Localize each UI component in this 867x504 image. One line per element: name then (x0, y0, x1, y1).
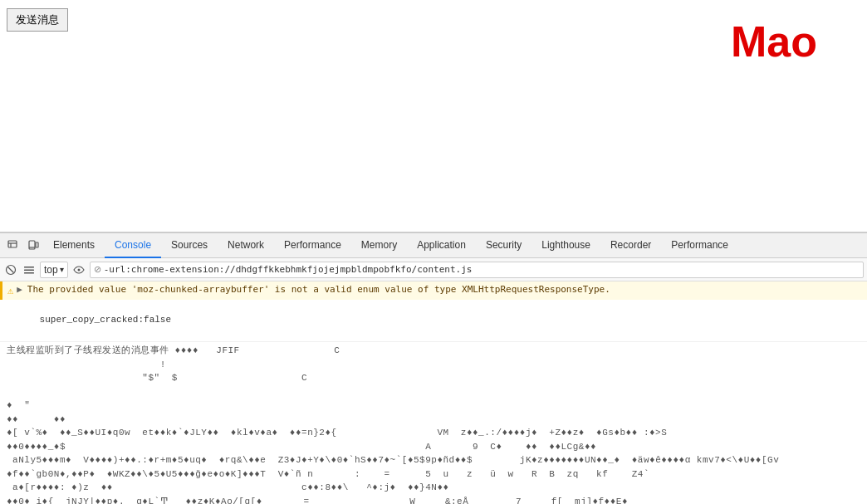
tab-performance[interactable]: Performance (274, 233, 351, 258)
tab-lighthouse[interactable]: Lighthouse (531, 233, 600, 258)
svg-line-7 (8, 267, 14, 272)
console-output: ⚠ ▶ The provided value 'moz-chunked-arra… (0, 281, 867, 504)
tab-application[interactable]: Application (407, 233, 476, 258)
page-area: 发送消息 Mao (0, 0, 867, 232)
svg-rect-9 (24, 269, 34, 271)
filter-input-area[interactable]: ⊘ -url:chrome-extension://dhdgffkkebhmkf… (90, 262, 864, 278)
svg-rect-8 (24, 267, 34, 268)
console-info-line-2: 主线程监听到了子线程发送的消息事件 ♦♦♦♦ JFIF C ! "$" $ C … (0, 342, 867, 504)
clear-console-icon[interactable] (3, 262, 18, 277)
svg-rect-10 (24, 272, 34, 274)
tab-console[interactable]: Console (105, 233, 161, 258)
devtools-panel: Elements Console Sources Network Perform… (0, 232, 867, 504)
filter-icon: ⊘ (94, 264, 101, 275)
warning-icon: ⚠ (7, 285, 13, 297)
tab-network[interactable]: Network (218, 233, 274, 258)
svg-point-11 (77, 268, 80, 271)
tab-elements[interactable]: Elements (43, 233, 105, 258)
expand-arrow[interactable]: ▶ (17, 284, 22, 295)
warning-text: The provided value 'moz-chunked-arraybuf… (27, 284, 610, 295)
console-warning-line: ⚠ ▶ The provided value 'moz-chunked-arra… (0, 281, 867, 300)
filter-text: -url:chrome-extension://dhdgffkkebhmkfjo… (104, 264, 473, 275)
tab-sources[interactable]: Sources (161, 233, 218, 258)
eye-icon[interactable] (71, 262, 86, 277)
devtools-tab-bar: Elements Console Sources Network Perform… (0, 233, 867, 258)
tab-recorder[interactable]: Recorder (600, 233, 661, 258)
mao-heading: Mao (731, 17, 817, 66)
inspect-element-icon[interactable] (6, 238, 21, 253)
console-info-line-1: super_copy_cracked:false (0, 300, 867, 342)
context-selector[interactable]: top ▾ (40, 262, 68, 278)
send-message-button[interactable]: 发送消息 (7, 8, 68, 32)
tab-memory[interactable]: Memory (351, 233, 407, 258)
console-toolbar: top ▾ ⊘ -url:chrome-extension://dhdgffkk… (0, 258, 867, 281)
device-toolbar-icon[interactable] (26, 238, 41, 253)
tab-security[interactable]: Security (476, 233, 531, 258)
svg-rect-0 (8, 241, 17, 247)
settings-icon[interactable] (22, 262, 37, 277)
tab-performance-insights[interactable]: Performance (661, 233, 738, 258)
context-dropdown-arrow: ▾ (60, 265, 64, 274)
svg-rect-4 (36, 242, 38, 247)
